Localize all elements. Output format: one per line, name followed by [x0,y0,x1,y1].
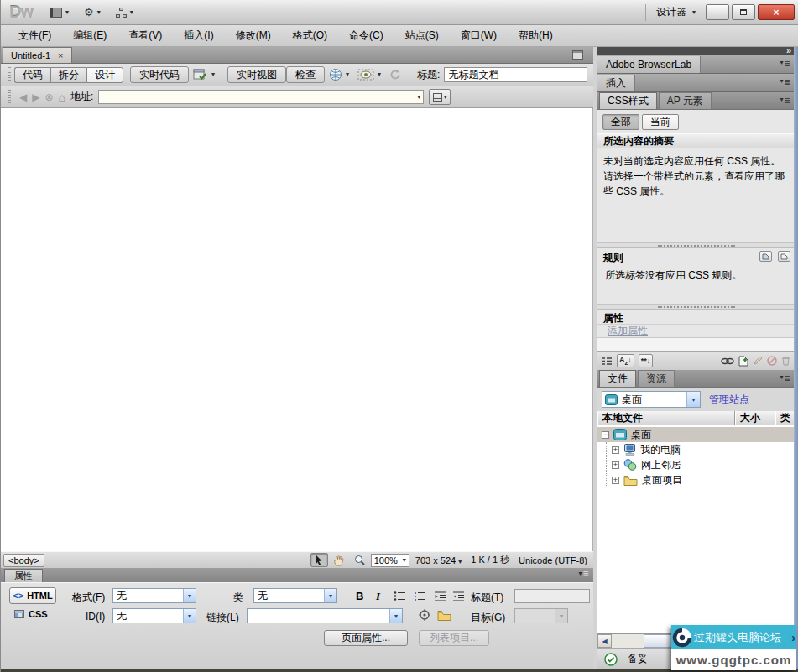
restore-document-icon[interactable] [572,50,583,60]
log-status-icon[interactable] [604,653,618,666]
panel-menu-icon[interactable]: ▾ ≣ [780,96,790,105]
preview-in-browser-button[interactable]: ▾ [325,66,353,83]
live-view-button[interactable]: 实时视图 [227,66,286,83]
collapse-to-icons-button[interactable]: » [786,45,791,55]
code-view-button[interactable]: 代码 [14,67,50,83]
menu-edit[interactable]: 编辑(E) [62,25,117,46]
scroll-left-icon[interactable]: ◀ [597,634,612,648]
tab-files[interactable]: 文件 [599,370,636,387]
menu-window[interactable]: 窗口(W) [450,25,508,46]
indent-button[interactable] [452,591,465,603]
view-options-button[interactable]: ▾ [429,89,451,105]
menu-format[interactable]: 格式(O) [282,25,338,46]
new-css-rule-button[interactable] [738,356,748,367]
split-view-button[interactable]: 拆分 [50,67,86,83]
column-size[interactable]: 大小 [735,411,775,425]
tree-row-desktop[interactable]: − 桌面 [597,427,795,442]
css-current-button[interactable]: 当前 [642,114,679,130]
link-input[interactable]: ▾ [247,608,403,623]
page-properties-button[interactable]: 页面属性... [324,630,408,646]
browserlab-tab[interactable]: Adobe BrowserLab [597,56,701,73]
menu-view[interactable]: 查看(V) [117,25,173,46]
back-icon[interactable]: ◀ [19,91,27,103]
insert-tab[interactable]: 插入 [597,75,635,91]
attach-stylesheet-button[interactable] [721,357,734,365]
add-property-link[interactable]: 添加属性 [608,324,648,338]
document-tab[interactable]: Untitled-1 × [3,47,72,63]
expand-icon[interactable]: + [612,461,619,469]
forward-icon[interactable]: ▶ [32,91,39,103]
address-input[interactable]: ▾ [98,90,424,104]
refresh-button[interactable] [385,66,405,83]
site-select[interactable]: 桌面 ▾ [602,391,701,408]
check-browser-compat-button[interactable]: ▾ [189,66,219,83]
visual-aids-button[interactable]: ▾ [353,66,385,83]
layout-switcher-button[interactable]: ▾ [50,8,69,18]
panel-browserlab-header[interactable]: Adobe BrowserLab ▾ ≣ [597,55,795,74]
cascade-view-icon[interactable] [759,251,772,262]
tab-css-styles[interactable]: CSS样式 [599,92,657,109]
panel-menu-icon[interactable]: ▾ ≣ [780,78,790,86]
collapse-icon[interactable]: − [602,431,609,439]
zoom-level-select[interactable]: 100% ▾ [371,554,409,567]
extend-dreamweaver-button[interactable]: ⚙ ▾ [84,7,101,18]
menu-modify[interactable]: 修改(M) [225,25,282,46]
format-select[interactable]: 无 ▾ [112,588,196,603]
bold-button[interactable]: B [356,590,363,602]
tab-properties[interactable]: 属性 [4,569,43,582]
expand-icon[interactable]: + [612,477,619,484]
home-icon[interactable]: ⌂ [59,91,65,104]
live-code-button[interactable]: 实时代码 [130,66,189,83]
css-all-button[interactable]: 全部 [602,114,639,130]
tab-assets[interactable]: 资源 [638,370,675,387]
panel-splitter[interactable] [597,304,795,310]
panel-splitter[interactable] [597,242,795,248]
close-tab-icon[interactable]: × [58,50,63,60]
title-text-field[interactable] [514,589,590,603]
tree-row-network[interactable]: + 网上邻居 [607,457,795,472]
panel-insert-header[interactable]: 插入 ▾ ≣ [597,74,795,92]
window-size-select[interactable]: 703 x 524 ▾ [412,555,465,565]
point-to-file-button[interactable] [419,609,430,623]
outdent-button[interactable] [434,591,446,603]
css-mode-button[interactable]: CSS [14,609,48,619]
site-menu-button[interactable]: ▾ [116,8,133,18]
minimize-button[interactable]: — [706,4,729,20]
column-local-files[interactable]: 本地文件 [597,411,735,425]
menu-file[interactable]: 文件(F) [8,25,62,46]
workspace-switcher[interactable]: 设计器 ▾ [645,4,706,21]
html-mode-button[interactable]: <> HTML [9,587,56,604]
ordered-list-button[interactable] [414,591,426,603]
tag-selector-body[interactable]: <body> [3,554,44,567]
manage-sites-link[interactable]: 管理站点 [709,393,749,407]
stop-icon[interactable]: ⊗ [44,91,53,103]
zoom-tool-button[interactable] [351,553,368,567]
expand-icon[interactable]: + [612,446,619,454]
tree-view-icon[interactable] [778,251,790,262]
document-title-input[interactable] [444,67,587,82]
unordered-list-button[interactable] [394,591,406,603]
tab-ap-elements[interactable]: AP 元素 [659,92,712,109]
close-button[interactable]: × [758,4,795,20]
menu-insert[interactable]: 插入(I) [173,25,224,46]
sort-az-button[interactable]: Az↓ [617,354,634,367]
browse-file-button[interactable] [437,610,451,623]
design-canvas[interactable] [1,108,593,551]
menu-help[interactable]: 帮助(H) [508,25,564,46]
show-category-view-button[interactable] [602,357,613,366]
restore-button[interactable] [732,4,755,20]
class-select[interactable]: 无 ▾ [253,588,337,603]
design-view-button[interactable]: 设计 [86,67,123,83]
menu-site[interactable]: 站点(S) [394,25,450,46]
panel-menu-icon[interactable]: ▾ ≣ [578,570,589,578]
panel-menu-icon[interactable]: ▾ ≣ [780,374,790,383]
tree-row-my-computer[interactable]: + 我的电脑 [607,442,795,457]
hand-tool-button[interactable] [331,553,348,567]
italic-button[interactable]: I [376,590,380,603]
panel-menu-icon[interactable]: ▾ ≣ [780,60,790,68]
tree-row-desktop-items[interactable]: + 桌面项目 [607,472,795,487]
column-type[interactable]: 类 [775,411,795,425]
id-select[interactable]: 无 ▾ [112,608,196,623]
inspect-button[interactable]: 检查 [286,66,325,83]
select-tool-button[interactable] [310,553,328,567]
